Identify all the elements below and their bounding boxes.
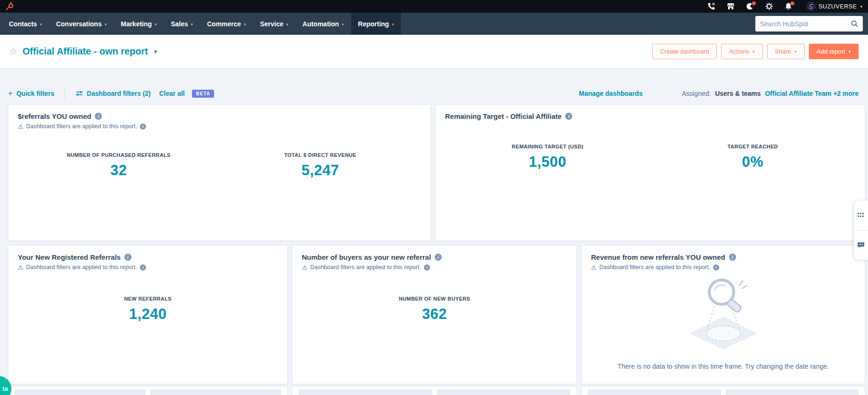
metric-purchased-referrals: NUMBER OF PURCHASED REFERRALS 32 [18,152,220,179]
metric-label: NEW REFERRALS [18,296,278,302]
quick-filters-link[interactable]: Quick filters [16,90,54,97]
nav-label: Service [260,20,284,28]
beta-badge: BETA [192,90,214,98]
marketplace-icon[interactable] [727,2,735,11]
account-caret-icon: ▾ [860,4,862,9]
chevron-down-icon: ▾ [191,22,193,27]
chevron-down-icon: ▾ [105,22,107,27]
warning-triangle-icon: ⚠ [18,264,23,271]
nav-item-contacts[interactable]: Contacts▾ [2,13,49,35]
hubspot-dashboard-page: SUZUVERSE ▾ Contacts▾ Conversations▾ Mar… [0,0,868,395]
card-remaining-target: Remaining Target - Official Affiliate i … [435,104,865,241]
comment-bubble-icon[interactable] [854,231,868,260]
filter-bar: + Quick filters Dashboard filters (2) Cl… [8,86,859,101]
chevron-down-icon: ▾ [286,22,289,27]
metric-label: NUMBER OF PURCHASED REFERRALS [18,152,220,158]
assigned-team-link[interactable]: Official Affiliate Team +2 more [765,90,859,97]
skeleton-block [437,389,571,395]
metric-value: 362 [302,306,567,323]
add-report-button[interactable]: Add report▾ [809,44,859,59]
nav-item-service[interactable]: Service▾ [253,13,295,35]
card-title: Revenue from new referrals YOU owned [591,253,725,261]
manage-dashboards-link[interactable]: Manage dashboards [579,90,642,97]
info-icon[interactable]: i [435,254,442,261]
metric-direct-revenue: TOTAL $ DIRECT REVENUE 5,247 [220,152,422,179]
skeleton-block [588,389,721,395]
dashboard-header: ☆ Official Affiliate - own report ▼ Crea… [0,35,868,69]
search-input[interactable] [760,20,851,28]
filters-note-text: Dashboard filters are applied to this re… [310,264,421,271]
info-icon[interactable]: i [424,264,430,271]
nav-label: Contacts [9,20,37,28]
calls-icon[interactable] [707,2,716,11]
button-label: Add report [817,48,845,55]
nav-item-automation[interactable]: Automation▾ [295,13,351,35]
filters-note-text: Dashboard filters are applied to this re… [26,123,137,130]
card-partial [292,386,577,395]
chevron-down-icon: ▾ [244,22,246,27]
hubspot-logo-icon[interactable] [5,1,15,12]
metric-value: 5,247 [220,162,422,179]
info-icon[interactable]: i [140,124,146,130]
topbar-actions: SUZUVERSE ▾ [707,2,862,11]
metric-value: 1,240 [18,306,278,323]
card-title: Your New Registered Referrals [18,253,121,261]
grid-apps-icon[interactable] [854,201,868,230]
chevron-down-icon: ▾ [794,49,797,54]
create-dashboard-button[interactable]: Create dashboard [652,44,717,59]
empty-state: There is no data to show in this time fr… [591,271,855,370]
nav-item-reporting[interactable]: Reporting▾ [351,13,401,35]
nav-label: Commerce [207,20,241,28]
metric-label: NUMBER OF NEW BUYERS [302,296,567,302]
nav-label: Automation [302,20,339,28]
metric-label: TOTAL $ DIRECT REVENUE [220,152,422,158]
assigned-group: Assigned: Users & teams Official Affilia… [682,90,859,97]
settings-gear-icon[interactable] [765,2,774,11]
account-name: SUZUVERSE [819,3,857,10]
card-revenue-new-referrals: Revenue from new referrals YOU owned i ⚠… [581,245,865,384]
button-label: Share [775,48,791,55]
top-bar: SUZUVERSE ▾ [0,0,868,13]
info-icon[interactable]: i [729,254,736,261]
info-icon[interactable]: i [140,264,146,271]
info-icon[interactable]: i [95,113,102,120]
nav-item-conversations[interactable]: Conversations▾ [49,13,114,35]
nav-item-commerce[interactable]: Commerce▾ [200,13,253,35]
plus-icon: + [8,89,13,98]
chevron-down-icon: ▾ [848,49,851,54]
info-icon[interactable]: i [713,264,719,271]
dashboard-filters-link[interactable]: Dashboard filters (2) [87,90,151,97]
account-menu[interactable]: SUZUVERSE ▾ [807,2,862,11]
info-icon[interactable]: i [565,113,572,120]
skeleton-block [299,389,432,395]
side-tools-panel [854,201,868,260]
metric-value: 1,500 [445,154,650,170]
favorite-star-icon[interactable]: ☆ [9,46,17,57]
dashboard-title-caret-icon[interactable]: ▼ [153,49,158,54]
actions-button[interactable]: Actions▾ [721,44,762,59]
metric-remaining-target: REMAINING TARGET (USD) 1,500 [445,144,650,170]
card-title: Remaining Target - Official Affiliate [445,112,561,120]
header-buttons: Create dashboard Actions▾ Share▾ Add rep… [652,44,859,59]
metric-label: TARGET REACHED [650,144,855,149]
nav-item-marketing[interactable]: Marketing▾ [114,13,164,35]
nav-item-sales[interactable]: Sales▾ [164,13,200,35]
notifications-bell-icon[interactable] [784,2,793,11]
metric-label: REMAINING TARGET (USD) [445,144,650,149]
button-label: Create dashboard [660,48,709,55]
notifications-badge [791,1,794,5]
filter-bar-right: Manage dashboards Assigned: Users & team… [579,90,859,97]
share-button[interactable]: Share▾ [767,44,805,59]
clear-all-link[interactable]: Clear all [159,90,184,97]
metric-value: 32 [18,162,220,179]
product-updates-icon[interactable] [746,2,754,11]
main-navigation: Contacts▾ Conversations▾ Marketing▾ Sale… [0,13,868,35]
magnifier-no-data-illustration [676,275,770,350]
card-title: $referrals YOU owned [18,112,91,120]
dashboard-title: Official Affiliate - own report [23,46,148,57]
metric-new-buyers: NUMBER OF NEW BUYERS 362 [302,296,567,323]
info-icon[interactable]: i [124,254,131,261]
skeleton-block [726,389,859,395]
search-icon[interactable] [851,20,858,27]
card-new-registered-referrals: Your New Registered Referrals i ⚠ Dashbo… [8,245,288,384]
